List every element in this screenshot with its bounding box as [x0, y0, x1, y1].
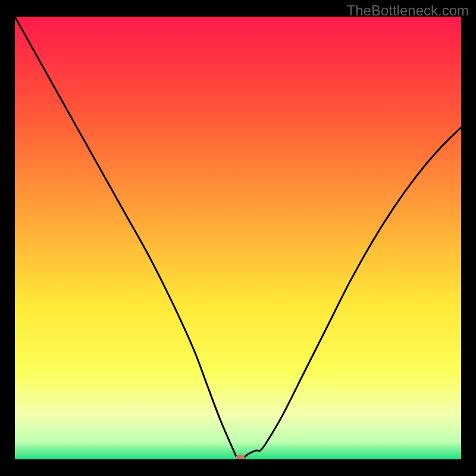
watermark-text: TheBottleneck.com	[347, 2, 469, 19]
plot-area	[15, 17, 461, 459]
chart-svg	[15, 17, 461, 459]
chart-container: TheBottleneck.com	[0, 0, 476, 476]
gradient-background	[15, 17, 461, 459]
